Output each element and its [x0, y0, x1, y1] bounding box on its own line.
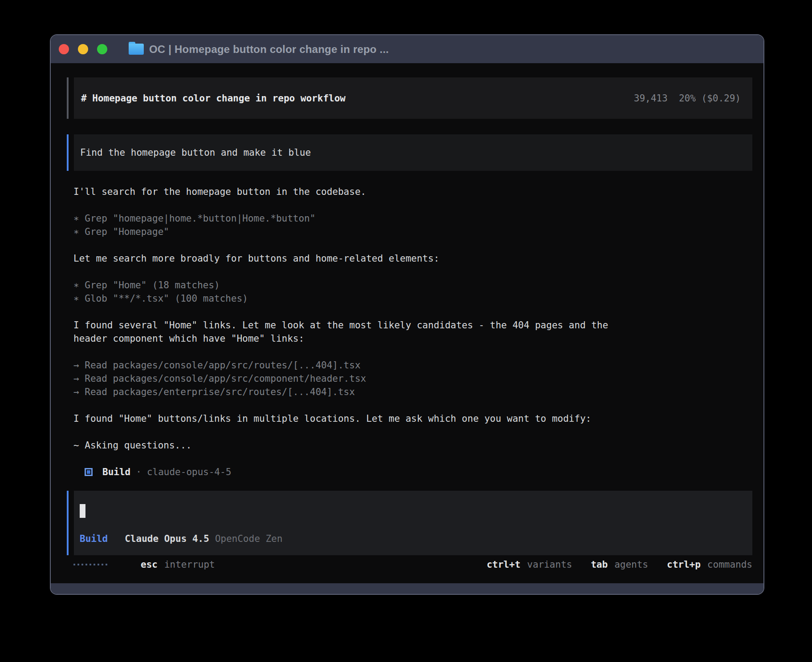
- spinner-dot: [85, 564, 87, 565]
- assistant-text-line: header component which have "Home" links…: [73, 332, 752, 345]
- spinner-dot: [77, 564, 79, 565]
- assistant-text-line: Let me search more broadly for buttons a…: [73, 252, 752, 265]
- status-agent-name: Build: [102, 467, 130, 477]
- zoom-button[interactable]: [97, 44, 107, 54]
- traffic-lights: [59, 44, 107, 54]
- shortcut-hint-variants: ctrl+tvariants: [487, 559, 572, 570]
- agent-status-row: Build · claude-opus-4-5: [85, 465, 752, 479]
- input-meta-row: Build Claude Opus 4.5 OpenCode Zen: [80, 532, 752, 545]
- interrupt-hint: esc interrupt: [141, 559, 215, 570]
- spinner-dot: [81, 564, 83, 565]
- tool-call-line: → Read packages/console/app/src/routes/[…: [73, 359, 752, 372]
- shortcut-hint-commands: ctrl+pcommands: [667, 559, 752, 570]
- user-message-text: Find the homepage button and make it blu…: [80, 147, 311, 158]
- tool-call-line: ∗ Grep "homepage|home.*button|Home.*butt…: [73, 212, 752, 225]
- status-model-name: claude-opus-4-5: [147, 467, 231, 477]
- assistant-text-block: ~ Asking questions...: [73, 439, 752, 452]
- tool-call-block: → Read packages/console/app/src/routes/[…: [73, 359, 752, 399]
- session-title: # Homepage button color change in repo w…: [81, 93, 345, 104]
- spinner-dots: [73, 564, 107, 565]
- text-cursor: [80, 504, 85, 518]
- build-agent-icon: [85, 468, 93, 476]
- footer-bar: esc interrupt ctrl+tvariantstabagentsctr…: [67, 558, 752, 571]
- tool-call-line: ∗ Grep "Homepage": [73, 225, 752, 238]
- assistant-text-block: I found "Home" buttons/links in multiple…: [73, 412, 752, 425]
- tool-call-line: ∗ Glob "**/*.tsx" (100 matches): [73, 292, 752, 305]
- spinner-dot: [97, 564, 99, 565]
- spinner-dot: [102, 564, 103, 565]
- assistant-text-line: I found several "Home" links. Let me loo…: [73, 319, 752, 332]
- spinner-dot: [93, 564, 95, 565]
- terminal-window: OC | Homepage button color change in rep…: [50, 34, 764, 595]
- prompt-input[interactable]: Build Claude Opus 4.5 OpenCode Zen: [67, 491, 752, 555]
- titlebar: OC | Homepage button color change in rep…: [51, 35, 763, 63]
- close-button[interactable]: [59, 44, 69, 54]
- shortcut-key: ctrl+t: [487, 559, 520, 570]
- input-provider-label: OpenCode Zen: [215, 533, 283, 544]
- footer-shortcuts: ctrl+tvariantstabagentsctrl+pcommands: [487, 559, 752, 570]
- shortcut-hint-agents: tabagents: [591, 559, 648, 570]
- tool-call-block: ∗ Grep "Home" (18 matches)∗ Glob "**/*.t…: [73, 279, 752, 305]
- tool-call-line: ∗ Grep "Home" (18 matches): [73, 279, 752, 292]
- status-separator: ·: [136, 467, 142, 477]
- window-title: OC | Homepage button color change in rep…: [149, 43, 389, 56]
- user-message-accent-bar: [67, 134, 69, 171]
- spinner-dot: [73, 564, 75, 565]
- spinner-dot: [106, 564, 107, 565]
- shortcut-label: variants: [527, 559, 572, 570]
- tool-call-line: → Read packages/enterprise/src/routes/[.…: [73, 385, 752, 399]
- assistant-text-block: I'll search for the homepage button in t…: [73, 185, 752, 198]
- terminal-content: # Homepage button color change in repo w…: [51, 63, 763, 583]
- shortcut-key: tab: [591, 559, 608, 570]
- assistant-text-line: I found "Home" buttons/links in multiple…: [73, 412, 752, 425]
- chat-area: I'll search for the homepage button in t…: [73, 185, 752, 452]
- minimize-button[interactable]: [78, 44, 88, 54]
- shortcut-label: commands: [707, 559, 752, 570]
- input-model-label: Claude Opus 4.5: [125, 533, 209, 544]
- folder-icon: [129, 44, 144, 55]
- shortcut-key: ctrl+p: [667, 559, 701, 570]
- assistant-text-block: Let me search more broadly for buttons a…: [73, 252, 752, 265]
- input-mode-badge[interactable]: Build: [80, 533, 108, 544]
- assistant-text-line: I'll search for the homepage button in t…: [73, 185, 752, 198]
- interrupt-label: interrupt: [164, 559, 215, 570]
- user-message: Find the homepage button and make it blu…: [67, 134, 752, 171]
- tool-call-block: ∗ Grep "homepage|home.*button|Home.*butt…: [73, 212, 752, 238]
- assistant-text-line: ~ Asking questions...: [73, 439, 752, 452]
- spinner-dot: [89, 564, 91, 565]
- prompt-input-accent-bar: [67, 491, 69, 555]
- interrupt-key: esc: [141, 559, 158, 570]
- tool-call-line: → Read packages/console/app/src/componen…: [73, 372, 752, 385]
- window-bottom-strip: [51, 583, 763, 594]
- session-token-stats: 39,413 20% ($0.29): [634, 93, 741, 104]
- session-header-accent-bar: [67, 77, 69, 119]
- assistant-text-block: I found several "Home" links. Let me loo…: [73, 319, 752, 345]
- session-header: # Homepage button color change in repo w…: [67, 77, 752, 119]
- shortcut-label: agents: [614, 559, 648, 570]
